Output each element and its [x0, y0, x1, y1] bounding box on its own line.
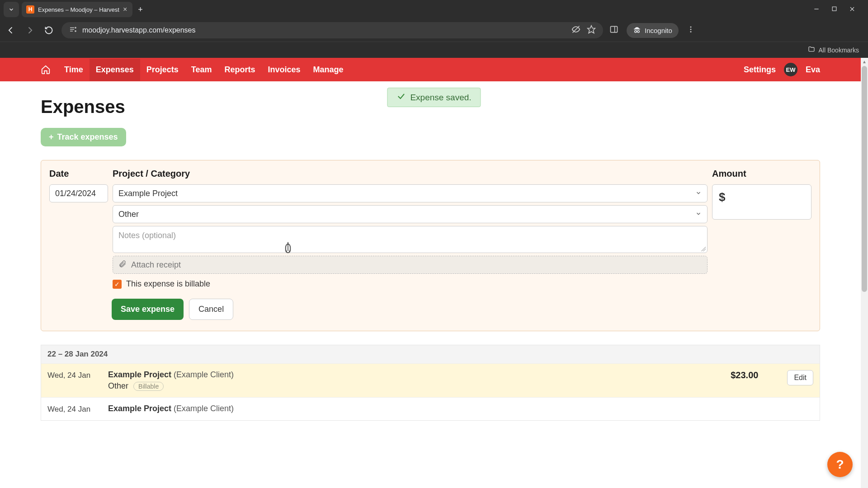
forward-button[interactable]: [24, 26, 36, 35]
save-button[interactable]: Save expense: [112, 299, 184, 320]
row-amount: $23.00: [731, 370, 758, 380]
billable-label: This expense is billable: [126, 279, 210, 289]
minimize-icon[interactable]: [813, 6, 820, 14]
table-row: Wed, 24 Jan Example Project (Example Cli…: [41, 397, 820, 420]
nav-manage[interactable]: Manage: [307, 59, 350, 81]
reload-button[interactable]: [42, 26, 55, 35]
row-body: Example Project (Example Client) Other B…: [108, 370, 720, 391]
svg-point-8: [75, 31, 76, 32]
chevron-down-icon: [8, 6, 14, 13]
app-nav: Time Expenses Projects Team Reports Invo…: [0, 58, 861, 81]
edit-button[interactable]: Edit: [787, 370, 813, 385]
label-project: Project / Category: [113, 169, 708, 179]
currency-symbol: $: [719, 190, 725, 204]
chevron-down-icon: [695, 189, 702, 198]
scroll-up-icon[interactable]: ▲: [861, 58, 868, 65]
tab-search-button[interactable]: [4, 2, 19, 17]
side-panel-icon[interactable]: [609, 25, 618, 36]
label-amount: Amount: [712, 169, 811, 179]
col-amount: Amount $: [712, 169, 811, 289]
tab-title: Expenses – Moodjoy – Harvest: [38, 6, 119, 13]
addr-right: [571, 25, 596, 36]
col-project: Project / Category Example Project Other…: [113, 169, 708, 289]
incognito-label: Incognito: [645, 27, 672, 34]
browser-tab[interactable]: H Expenses – Moodjoy – Harvest ×: [22, 2, 132, 17]
favicon-icon: H: [26, 5, 34, 14]
col-date: Date 01/24/2024: [49, 169, 108, 289]
flash-message: Expense saved.: [387, 88, 481, 107]
date-input[interactable]: 01/24/2024: [49, 184, 108, 202]
close-icon[interactable]: ×: [123, 5, 127, 14]
page-container: Expenses + Track expenses Date 01/24/202…: [0, 81, 861, 421]
nav-reports[interactable]: Reports: [218, 59, 261, 81]
kebab-menu-icon[interactable]: [687, 25, 695, 35]
scrollbar[interactable]: ▲: [861, 58, 868, 488]
help-fab[interactable]: ?: [827, 452, 853, 477]
extension-area: Incognito: [609, 23, 695, 38]
scrollbar-thumb[interactable]: [862, 66, 867, 292]
incognito-badge[interactable]: Incognito: [627, 23, 679, 38]
site-info-icon[interactable]: [69, 25, 77, 35]
nav-list: Time Expenses Projects Team Reports Invo…: [58, 59, 350, 81]
home-icon[interactable]: [41, 65, 51, 75]
nav-expenses[interactable]: Expenses: [90, 59, 140, 81]
address-bar[interactable]: moodjoy.harvestapp.com/expenses: [61, 22, 603, 38]
browser-chrome: H Expenses – Moodjoy – Harvest × +: [0, 0, 868, 58]
new-tab-button[interactable]: +: [135, 5, 146, 14]
notes-textarea[interactable]: Notes (optional): [113, 226, 708, 253]
svg-point-17: [690, 29, 691, 30]
nav-username[interactable]: Eva: [806, 65, 820, 75]
nav-projects[interactable]: Projects: [140, 59, 185, 81]
label-date: Date: [49, 169, 108, 179]
category-select[interactable]: Other: [113, 205, 708, 223]
plus-icon: +: [49, 132, 54, 142]
folder-icon: [808, 46, 815, 54]
cancel-button[interactable]: Cancel: [189, 299, 233, 320]
maximize-icon[interactable]: [831, 6, 837, 14]
track-expenses-button[interactable]: + Track expenses: [41, 128, 126, 146]
nav-time[interactable]: Time: [58, 59, 90, 81]
expense-form-card: Date 01/24/2024 Project / Category Examp…: [41, 160, 820, 331]
row-client: (Example Client): [174, 370, 234, 379]
back-button[interactable]: [5, 26, 17, 35]
window-controls: [813, 6, 864, 14]
window-close-icon[interactable]: [849, 6, 855, 14]
row-project: Example Project: [108, 404, 171, 413]
amount-input[interactable]: $: [712, 184, 811, 220]
nav-settings[interactable]: Settings: [744, 65, 776, 75]
svg-rect-11: [611, 26, 618, 32]
paperclip-icon: [118, 260, 127, 270]
svg-point-7: [75, 27, 76, 28]
nav-invoices[interactable]: Invoices: [262, 59, 307, 81]
svg-point-13: [635, 30, 637, 33]
avatar[interactable]: EW: [784, 63, 797, 76]
project-value: Example Project: [118, 189, 178, 198]
svg-rect-1: [832, 7, 836, 11]
nav-team[interactable]: Team: [185, 59, 218, 81]
billable-badge: Billable: [133, 382, 164, 391]
billable-row: ✓ This expense is billable: [113, 279, 708, 289]
form-row: Date 01/24/2024 Project / Category Examp…: [49, 169, 811, 289]
list-group-header: 22 – 28 Jan 2024: [41, 345, 820, 363]
eye-off-icon[interactable]: [571, 25, 580, 36]
row-date: Wed, 24 Jan: [47, 370, 97, 380]
track-btn-label: Track expenses: [57, 132, 118, 142]
star-icon[interactable]: [587, 25, 596, 36]
row-category: Other: [108, 381, 128, 390]
billable-checkbox[interactable]: ✓: [113, 280, 122, 289]
all-bookmarks-link[interactable]: All Bookmarks: [819, 47, 859, 54]
tab-strip: H Expenses – Moodjoy – Harvest × +: [0, 0, 868, 19]
svg-point-14: [637, 30, 640, 33]
question-icon: ?: [836, 457, 844, 472]
attach-receipt-button[interactable]: Attach receipt: [113, 256, 708, 274]
category-value: Other: [118, 210, 139, 219]
project-select[interactable]: Example Project: [113, 184, 708, 202]
row-project: Example Project: [108, 370, 171, 379]
row-client: (Example Client): [174, 404, 234, 413]
svg-marker-10: [588, 26, 595, 33]
incognito-icon: [633, 26, 641, 35]
url-text: moodjoy.harvestapp.com/expenses: [82, 26, 196, 34]
date-value: 01/24/2024: [55, 189, 96, 198]
attach-label: Attach receipt: [131, 260, 181, 270]
bookmarks-bar: All Bookmarks: [0, 42, 868, 58]
